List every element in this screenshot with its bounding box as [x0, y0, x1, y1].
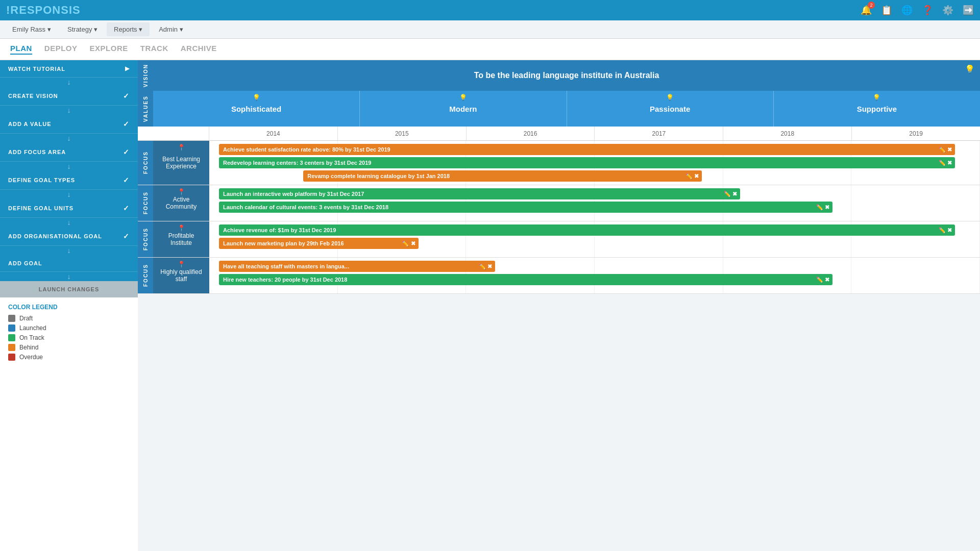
year-2016: 2016: [467, 127, 595, 140]
exit-icon[interactable]: ➡️: [963, 5, 974, 16]
clipboard-icon[interactable]: 📋: [881, 5, 892, 16]
connector-7: ↓: [0, 246, 138, 255]
main-layout: WATCH TUTORIAL ▶ ↓ CREATE VISION ✓ ↓ ADD…: [0, 60, 980, 551]
user-menu[interactable]: Emily Rass ▾: [5, 22, 58, 36]
menu-bar: Emily Rass ▾ Strategy ▾ Reports ▾ Admin …: [0, 20, 980, 39]
value-bulb-4: 💡: [873, 94, 880, 101]
legend-draft: Draft: [8, 315, 130, 322]
goal-marketing-plan[interactable]: Launch new marketing plan by 29th Feb 20…: [219, 238, 419, 249]
values-row: VALUES 💡 Sophisticated 💡 Modern 💡 Passio…: [138, 91, 980, 127]
logo-text: RESPONSIS: [10, 4, 80, 16]
focus-profitable-institute: FOCUS 📍 Profitable Institute: [138, 221, 980, 258]
video-icon: ▶: [125, 65, 130, 72]
strategy-map: VISION To be the leading language instit…: [138, 60, 980, 294]
value-supportive: 💡 Supportive: [774, 91, 980, 127]
goal-revenue[interactable]: Achieve revenue of: $1m by 31st Dec 2019…: [219, 224, 955, 236]
vision-content: To be the leading language institute in …: [153, 60, 980, 91]
goal-learning-centers[interactable]: Redevelop learning centers: 3 centers by…: [219, 157, 955, 168]
check-icon-2: ✓: [123, 120, 130, 128]
goal-satisfaction[interactable]: Achieve student satisfaction rate above:…: [219, 144, 955, 155]
sidebar-watch-tutorial[interactable]: WATCH TUTORIAL ▶: [0, 60, 138, 78]
focus-goals-2: Launch an interactive web platform by 31…: [209, 185, 980, 221]
connector-5: ↓: [0, 190, 138, 199]
help-icon[interactable]: ❓: [922, 5, 933, 16]
content-area: VISION To be the leading language instit…: [138, 60, 980, 551]
focus-goals-4: Have all teaching staff with masters in …: [209, 258, 980, 293]
goal-cultural-events[interactable]: Launch calendar of cultural events: 3 ev…: [219, 202, 832, 213]
year-2018: 2018: [723, 127, 852, 140]
globe-icon[interactable]: 🌐: [901, 5, 913, 16]
year-spacer: [138, 127, 153, 140]
notification-badge: 2: [868, 2, 875, 9]
top-nav-icons: 🔔 2 📋 🌐 ❓ ⚙️ ➡️: [861, 5, 974, 16]
behind-color: [8, 344, 15, 351]
vision-row: VISION To be the leading language instit…: [138, 60, 980, 91]
strategy-menu[interactable]: Strategy ▾: [60, 22, 105, 36]
focus-name-3: 📍 Profitable Institute: [153, 221, 209, 257]
goal-teaching-staff[interactable]: Have all teaching staff with masters in …: [219, 261, 495, 272]
legend-on-track: On Track: [8, 334, 130, 341]
focus-pin-2: 📍: [178, 188, 185, 195]
focus-qualified-staff: FOCUS 📍 Highly qualifiedstaff: [138, 258, 980, 294]
settings-icon[interactable]: ⚙️: [942, 5, 953, 16]
page-navigation: PLAN DEPLOY EXPLORE TRACK ARCHIVE: [0, 39, 980, 60]
notifications-icon[interactable]: 🔔 2: [861, 5, 872, 16]
vision-text: To be the leading language institute in …: [474, 71, 659, 80]
year-2019: 2019: [852, 127, 980, 140]
goal-catalogue[interactable]: Revamp complete learning catalogue by 1s…: [303, 170, 702, 182]
focus-label-1: FOCUS: [138, 141, 153, 185]
check-icon-6: ✓: [123, 232, 130, 240]
year-2017: 2017: [595, 127, 723, 140]
vision-label: VISION: [138, 60, 153, 91]
on-track-color: [8, 334, 15, 341]
check-icon-5: ✓: [123, 204, 130, 212]
nav-track[interactable]: TRACK: [140, 44, 168, 55]
year-2014: 2014: [209, 127, 338, 140]
check-icon-4: ✓: [123, 176, 130, 184]
check-icon-1: ✓: [123, 92, 130, 100]
goal-edit-icons-8: ✏️ ✖: [479, 263, 492, 270]
check-icon-3: ✓: [123, 148, 130, 156]
admin-menu[interactable]: Admin ▾: [152, 22, 190, 36]
goal-edit-icons-2: ✏️ ✖: [939, 160, 952, 166]
values-content: 💡 Sophisticated 💡 Modern 💡 Passionate 💡 …: [153, 91, 980, 127]
year-2015: 2015: [338, 127, 467, 140]
connector-6: ↓: [0, 218, 138, 227]
sidebar-define-goal-units[interactable]: DEFINE GOAL UNITS ✓: [0, 199, 138, 218]
connector-2: ↓: [0, 106, 138, 115]
grid-col-2-6: [851, 185, 980, 221]
sidebar-add-org-goal[interactable]: ADD ORGANISATIONAL GOAL ✓: [0, 227, 138, 246]
connector-4: ↓: [0, 162, 138, 171]
goal-hire-teachers[interactable]: Hire new teachers: 20 people by 31st Dec…: [219, 274, 832, 285]
focus-goals-1: Achieve student satisfaction rate above:…: [209, 141, 980, 185]
legend-title: COLOR LEGEND: [8, 304, 130, 311]
launched-color: [8, 324, 15, 332]
focus-name-4: 📍 Highly qualifiedstaff: [153, 258, 209, 293]
sidebar: WATCH TUTORIAL ▶ ↓ CREATE VISION ✓ ↓ ADD…: [0, 60, 138, 551]
sidebar-add-value[interactable]: ADD A VALUE ✓: [0, 115, 138, 134]
focus-name-2: 📍 Active Community: [153, 185, 209, 221]
sidebar-create-vision[interactable]: CREATE VISION ✓: [0, 87, 138, 106]
sidebar-add-focus-area[interactable]: ADD FOCUS AREA ✓: [0, 143, 138, 162]
value-bulb-2: 💡: [459, 94, 467, 101]
nav-explore[interactable]: EXPLORE: [90, 44, 128, 55]
connector-8: ↓: [0, 272, 138, 281]
sidebar-add-goal[interactable]: ADD GOAL: [0, 255, 138, 272]
nav-deploy[interactable]: DEPLOY: [44, 44, 78, 55]
value-passionate: 💡 Passionate: [567, 91, 774, 127]
overdue-color: [8, 354, 15, 361]
nav-archive[interactable]: ARCHIVE: [181, 44, 217, 55]
year-name-spacer: [153, 127, 209, 140]
reports-menu[interactable]: Reports ▾: [107, 22, 150, 36]
goal-edit-icons-3: ✏️ ✖: [685, 173, 699, 180]
value-bulb-3: 💡: [666, 94, 674, 101]
focus-label-3: FOCUS: [138, 221, 153, 257]
nav-plan[interactable]: PLAN: [10, 44, 32, 55]
goal-web-platform[interactable]: Launch an interactive web platform by 31…: [219, 188, 740, 199]
focus-active-community: FOCUS 📍 Active Community Laun: [138, 185, 980, 221]
legend-behind: Behind: [8, 344, 130, 351]
color-legend: COLOR LEGEND Draft Launched On Track Beh…: [0, 297, 138, 551]
value-sophisticated: 💡 Sophisticated: [153, 91, 360, 127]
focus-pin-4: 📍: [178, 261, 185, 268]
sidebar-define-goal-types[interactable]: DEFINE GOAL TYPES ✓: [0, 171, 138, 190]
